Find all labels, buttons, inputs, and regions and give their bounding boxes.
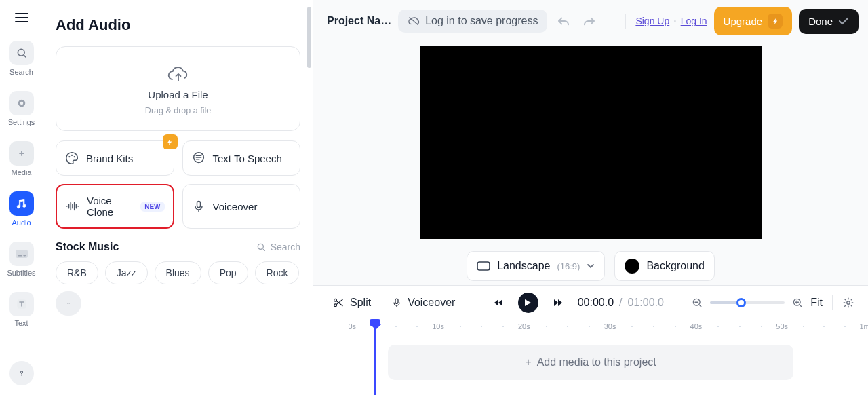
rail-label: Search [9, 68, 33, 76]
rail-settings[interactable]: Settings [0, 87, 43, 130]
current-time: 00:00.0 [578, 297, 614, 308]
voiceover-label: Voiceover [408, 297, 455, 309]
upgrade-button[interactable]: Upgrade [714, 7, 793, 35]
sign-up-link[interactable]: Sign Up [635, 16, 669, 26]
project-name[interactable]: Project Na… [327, 15, 391, 27]
stock-search-button[interactable]: Search [256, 242, 300, 252]
editor-area: Project Na… Log in to save progress Sign… [313, 0, 868, 395]
fit-label[interactable]: Fit [810, 297, 823, 309]
more-genres-icon[interactable] [56, 291, 81, 316]
undo-button[interactable] [554, 12, 573, 31]
timeline-ruler[interactable]: 0s10s20s30s40s50s1m [313, 320, 868, 335]
palette-icon [64, 151, 79, 166]
plus-icon [9, 141, 34, 166]
zoom-in-icon[interactable] [791, 297, 804, 309]
rail-label: Audio [12, 219, 31, 227]
subtitles-icon [9, 242, 34, 266]
genre-chip[interactable]: Pop [208, 261, 248, 284]
svg-point-23 [847, 301, 850, 305]
ruler-label: 10s [432, 322, 444, 331]
rail-label: Text [14, 319, 28, 327]
voiceover-card[interactable]: Voiceover [182, 184, 301, 229]
voiceover-button[interactable]: Voiceover [386, 293, 460, 313]
settings-icon [9, 91, 34, 115]
bolt-icon [768, 14, 783, 29]
timeline[interactable]: 0s10s20s30s40s50s1m + Add media to this … [313, 320, 868, 395]
voice-clone-card[interactable]: Voice Clone NEW [56, 184, 174, 229]
genre-chip[interactable]: Rock [255, 261, 300, 284]
left-rail: Search Settings Media Audio Subtitles Te… [0, 0, 43, 395]
help-icon[interactable] [9, 361, 34, 385]
zoom-out-icon[interactable] [691, 297, 703, 309]
new-pill: NEW [140, 202, 164, 212]
text-to-speech-card[interactable]: Text To Speech [182, 140, 301, 176]
hamburger-icon[interactable] [9, 5, 34, 30]
aspect-ratio: (16:9) [557, 261, 580, 271]
upgrade-label: Upgrade [724, 16, 763, 27]
plus-icon: + [525, 356, 531, 369]
svg-rect-4 [16, 250, 28, 258]
genre-chip[interactable]: Blues [155, 261, 201, 284]
total-time: 01:00.0 [628, 297, 664, 308]
scrollbar-thumb[interactable] [307, 7, 311, 68]
auth-links: Sign Up·Log In [635, 15, 707, 27]
add-media-dropzone[interactable]: + Add media to this project [388, 345, 793, 380]
svg-point-10 [74, 156, 75, 157]
search-icon [256, 242, 267, 252]
rail-audio[interactable]: Audio [0, 187, 43, 231]
cloud-off-icon [408, 16, 420, 26]
svg-point-2 [20, 102, 23, 105]
done-button[interactable]: Done [799, 9, 859, 34]
video-canvas[interactable] [420, 46, 762, 239]
aspect-ratio-button[interactable]: Landscape (16:9) [467, 251, 605, 281]
done-label: Done [808, 16, 833, 27]
redo-button[interactable] [580, 12, 599, 31]
rail-media[interactable]: Media [0, 137, 43, 181]
card-label: Text To Speech [213, 153, 282, 164]
microphone-icon [391, 297, 402, 309]
bolt-badge-icon [163, 134, 178, 149]
rail-label: Media [12, 168, 32, 176]
svg-point-15 [68, 303, 69, 304]
rewind-button[interactable] [488, 293, 509, 313]
brand-kits-card[interactable]: Brand Kits [56, 140, 174, 176]
svg-rect-17 [477, 262, 490, 270]
chevron-down-icon [587, 263, 595, 269]
stock-music-title: Stock Music [56, 241, 119, 253]
zoom-slider[interactable] [710, 301, 785, 304]
upload-title: Upload a File [148, 89, 208, 100]
time-display: 00:00.0/01:00.0 [578, 297, 664, 309]
rail-label: Settings [8, 118, 35, 126]
waveform-icon [65, 199, 80, 214]
log-in-link[interactable]: Log In [681, 16, 707, 26]
aspect-label: Landscape [497, 260, 550, 272]
svg-rect-6 [23, 255, 26, 256]
split-button[interactable]: Split [327, 293, 376, 313]
genre-chip[interactable]: R&B [56, 261, 98, 284]
speech-bubble-icon [191, 151, 206, 166]
upload-cloud-icon [167, 66, 190, 83]
canvas-area: Landscape (16:9) Background [313, 42, 868, 286]
upload-dropzone[interactable]: Upload a File Drag & drop a file [56, 46, 300, 131]
scissors-icon [332, 297, 344, 309]
add-audio-panel: Add Audio Upload a File Drag & drop a fi… [43, 0, 313, 395]
color-swatch-icon [625, 259, 639, 274]
add-media-label: Add media to this project [537, 356, 656, 369]
microphone-icon [191, 199, 206, 214]
playhead[interactable] [374, 320, 376, 395]
settings-gear-icon[interactable] [842, 297, 854, 309]
forward-button[interactable] [548, 293, 568, 313]
ruler-label: 0s [348, 322, 356, 331]
play-button[interactable] [518, 293, 538, 313]
card-label: Brand Kits [86, 153, 133, 164]
rail-search[interactable]: Search [0, 37, 43, 80]
check-icon [838, 17, 849, 25]
genre-chip[interactable]: Jazz [105, 261, 148, 284]
login-hint[interactable]: Log in to save progress [398, 10, 547, 33]
background-button[interactable]: Background [614, 251, 714, 281]
genre-chips: R&B Jazz Blues Pop Rock [56, 261, 300, 316]
music-note-icon [9, 191, 34, 216]
rail-text[interactable]: Text [0, 288, 43, 331]
rail-subtitles[interactable]: Subtitles [0, 238, 43, 281]
zoom-controls: Fit [691, 297, 823, 309]
